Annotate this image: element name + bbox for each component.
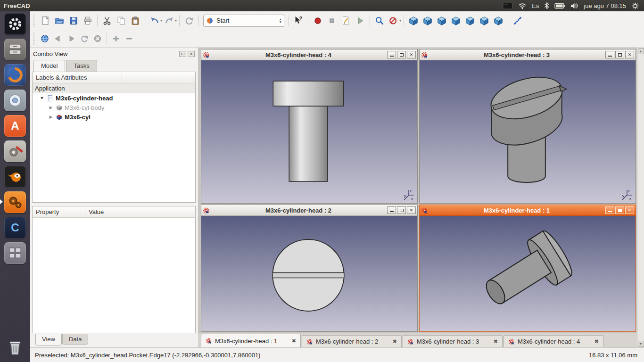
maximize-button[interactable] bbox=[397, 51, 406, 58]
tab-close-icon[interactable]: ✖ bbox=[594, 338, 599, 345]
dock-close-button[interactable]: ✕ bbox=[188, 51, 195, 57]
dock-float-button[interactable] bbox=[179, 51, 186, 57]
minimize-button[interactable] bbox=[605, 206, 614, 214]
launcher-item-browser[interactable] bbox=[4, 90, 26, 111]
property-table-header[interactable]: Property Value bbox=[33, 206, 195, 218]
open-file-button[interactable] bbox=[52, 14, 66, 28]
draw-style-button[interactable] bbox=[387, 14, 401, 28]
viewport-3d[interactable] bbox=[420, 216, 636, 331]
scroll-down-icon[interactable]: ▼ bbox=[638, 341, 644, 347]
draw-style-dropdown-arrow[interactable]: ▾ bbox=[399, 18, 401, 23]
undo-button[interactable] bbox=[148, 14, 162, 28]
viewport-3d[interactable] bbox=[201, 216, 417, 331]
view-window-1[interactable]: M3x6-cylinder-head : 1 ✕ bbox=[419, 205, 636, 332]
combo-view-header[interactable]: Combo View ✕ bbox=[32, 49, 196, 59]
minimize-button[interactable] bbox=[387, 51, 396, 58]
window-tab-2[interactable]: M3x6-cylinder-head : 2✖ bbox=[302, 335, 402, 347]
viewport-3d[interactable] bbox=[201, 60, 417, 203]
toolbar-grip[interactable] bbox=[33, 33, 35, 45]
fit-all-button[interactable] bbox=[372, 14, 387, 28]
window-tab-4[interactable]: M3x6-cylinder-head : 4✖ bbox=[504, 335, 603, 347]
tab-tasks[interactable]: Tasks bbox=[66, 60, 97, 72]
launcher-item-gears-app[interactable] bbox=[4, 191, 26, 213]
expander-expanded-icon[interactable]: ▼ bbox=[39, 96, 45, 100]
volume-icon[interactable] bbox=[570, 2, 578, 9]
app-indicator-icon[interactable] bbox=[503, 2, 513, 9]
nav-forward-button[interactable] bbox=[65, 32, 78, 45]
macro-stop-button[interactable] bbox=[325, 14, 339, 28]
window-tab-1[interactable]: M3x6-cylinder-head : 1✖ bbox=[201, 334, 301, 347]
close-button[interactable]: ✕ bbox=[407, 51, 416, 58]
view-isometric-button[interactable] bbox=[406, 14, 421, 28]
redo-button[interactable] bbox=[162, 14, 176, 28]
redo-dropdown-arrow[interactable]: ▾ bbox=[175, 18, 177, 23]
launcher-item-system-settings[interactable] bbox=[4, 140, 26, 162]
view-top-button[interactable] bbox=[435, 14, 449, 28]
cut-button[interactable] bbox=[100, 14, 114, 28]
maximize-button[interactable] bbox=[615, 206, 624, 214]
launcher-item-dash-home[interactable] bbox=[4, 13, 26, 35]
launcher-item-c-app[interactable]: C bbox=[4, 217, 26, 239]
tab-close-icon[interactable]: ✖ bbox=[494, 338, 498, 345]
view-front-button[interactable] bbox=[421, 14, 435, 28]
measure-button[interactable] bbox=[511, 14, 525, 28]
window-title-bar[interactable]: M3x6-cylinder-head : 4 ✕ bbox=[201, 49, 417, 60]
window-tab-3[interactable]: M3x6-cylinder-head : 3✖ bbox=[403, 335, 503, 347]
view-window-2[interactable]: M3x6-cylinder-head : 2 ✕ bbox=[201, 205, 418, 332]
tree-item-cylinder[interactable]: ▶ M3x6-cyl bbox=[33, 112, 195, 122]
launcher-item-software-center[interactable]: A bbox=[4, 115, 26, 137]
view-right-button[interactable] bbox=[449, 14, 463, 28]
close-button[interactable]: ✕ bbox=[625, 206, 634, 214]
tree-item-body[interactable]: ▶ M3x6-cyl-body bbox=[33, 103, 195, 112]
view-rear-button[interactable] bbox=[463, 14, 477, 28]
new-file-button[interactable] bbox=[38, 14, 52, 28]
panel-splitter[interactable] bbox=[32, 203, 196, 206]
print-button[interactable] bbox=[81, 14, 95, 28]
expander-collapsed-icon[interactable]: ▶ bbox=[48, 105, 54, 110]
battery-icon[interactable] bbox=[554, 3, 565, 9]
window-title-bar[interactable]: M3x6-cylinder-head : 1 ✕ bbox=[420, 205, 636, 216]
tab-close-icon[interactable]: ✖ bbox=[292, 338, 296, 344]
refresh-button[interactable] bbox=[182, 14, 196, 28]
save-button[interactable] bbox=[66, 14, 81, 28]
view-window-3[interactable]: M3x6-cylinder-head : 3 ✕ bbox=[419, 49, 636, 204]
paste-button[interactable] bbox=[128, 14, 142, 28]
viewport-3d[interactable] bbox=[420, 60, 636, 203]
web-home-button[interactable] bbox=[38, 32, 51, 45]
workbench-selector-spin[interactable]: ▲▼ bbox=[277, 18, 283, 24]
macro-edit-button[interactable] bbox=[339, 14, 353, 28]
tab-data[interactable]: Data bbox=[62, 334, 88, 345]
zoom-in-button[interactable] bbox=[109, 32, 123, 45]
tab-view[interactable]: View bbox=[35, 334, 62, 346]
view-bottom-button[interactable] bbox=[477, 14, 491, 28]
tree-column-header[interactable]: Labels & Attributes bbox=[33, 72, 195, 83]
expander-collapsed-icon[interactable]: ▶ bbox=[48, 115, 54, 119]
bluetooth-icon[interactable] bbox=[544, 2, 549, 9]
launcher-item-firefox[interactable] bbox=[4, 64, 26, 86]
zoom-out-button[interactable] bbox=[123, 32, 136, 45]
mdi-scrollbar[interactable]: ▲ ▼ bbox=[637, 48, 644, 347]
clock-indicator[interactable]: jue ago 7 08:15 bbox=[584, 2, 626, 9]
close-button[interactable]: ✕ bbox=[625, 51, 634, 58]
nav-stop-button[interactable] bbox=[91, 32, 104, 45]
tab-close-icon[interactable]: ✖ bbox=[393, 338, 397, 345]
close-button[interactable]: ✕ bbox=[407, 206, 416, 214]
maximize-button[interactable] bbox=[615, 51, 624, 58]
nav-back-button[interactable] bbox=[51, 32, 65, 45]
macro-record-button[interactable] bbox=[311, 14, 325, 28]
wifi-icon[interactable] bbox=[518, 2, 527, 9]
macro-play-button[interactable] bbox=[353, 14, 367, 28]
whats-this-button[interactable] bbox=[291, 14, 305, 28]
view-left-button[interactable] bbox=[491, 14, 505, 28]
window-title-bar[interactable]: M3x6-cylinder-head : 3 ✕ bbox=[420, 49, 636, 60]
minimize-button[interactable] bbox=[605, 51, 614, 58]
tab-model[interactable]: Model bbox=[33, 60, 65, 72]
tree-application-row[interactable]: Application bbox=[33, 83, 195, 93]
scroll-up-icon[interactable]: ▲ bbox=[638, 48, 644, 54]
launcher-item-file-manager[interactable] bbox=[4, 39, 26, 60]
keyboard-layout-indicator[interactable]: Es bbox=[532, 2, 539, 9]
session-gear-icon[interactable] bbox=[631, 2, 639, 10]
workbench-selector[interactable]: Start ▲▼ bbox=[203, 15, 284, 27]
view-window-4[interactable]: M3x6-cylinder-head : 4 ✕ bbox=[201, 49, 418, 204]
launcher-item-workspace-switcher[interactable] bbox=[4, 242, 26, 264]
